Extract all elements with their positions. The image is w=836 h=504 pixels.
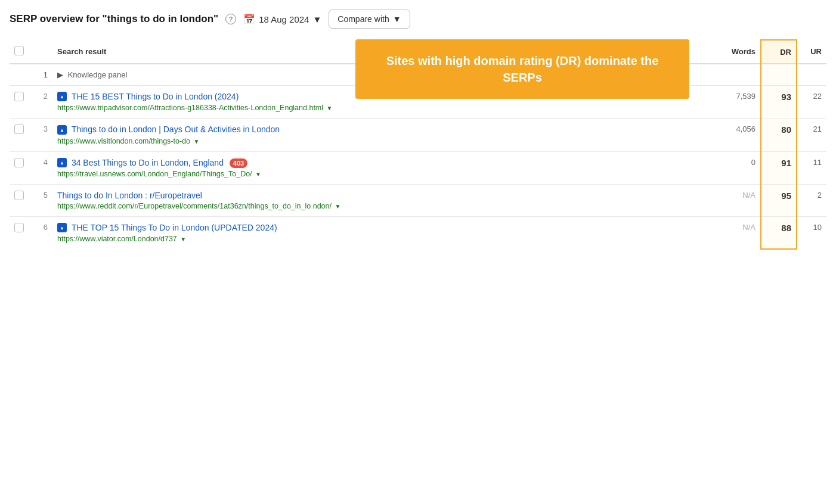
callout-tooltip: Sites with high domain rating (DR) domin…: [355, 39, 689, 99]
header-checkbox-col: [10, 40, 31, 64]
page-header: SERP overview for "things to do in londo…: [10, 10, 826, 29]
header-ur-col: UR: [797, 40, 826, 64]
result-url: https://www.tripadvisor.com/Attractions-…: [57, 104, 708, 112]
date-dropdown-arrow: ▼: [312, 14, 321, 24]
site-favicon: [57, 223, 67, 232]
knowledge-panel-label: Knowledge panel: [68, 70, 128, 79]
result-link[interactable]: 34 Best Things to Do in London, England: [72, 158, 224, 167]
select-all-checkbox[interactable]: [14, 46, 24, 55]
result-url: https://www.viator.com/London/d737 ▼: [57, 235, 708, 243]
date-picker-button[interactable]: 📅 18 Aug 2024 ▼: [243, 14, 321, 25]
calendar-icon: 📅: [243, 14, 255, 25]
site-favicon: [57, 158, 67, 167]
url-dropdown-arrow[interactable]: ▼: [335, 203, 340, 210]
table-row: 4 34 Best Things to Do in London, Englan…: [10, 151, 826, 184]
result-link[interactable]: THE TOP 15 Things To Do in London (UPDAT…: [72, 223, 277, 232]
table-row: 5 Things to do In London : r/Europetrave…: [10, 184, 826, 216]
row-checkbox[interactable]: [14, 158, 24, 167]
expand-icon[interactable]: ▶: [57, 70, 63, 79]
url-dropdown-arrow[interactable]: ▼: [327, 105, 333, 111]
result-link[interactable]: Things to do in London | Days Out & Acti…: [72, 125, 280, 134]
compare-with-button[interactable]: Compare with ▼: [329, 10, 410, 29]
row-checkbox[interactable]: [14, 223, 24, 232]
url-dropdown-arrow[interactable]: ▼: [180, 236, 186, 242]
row-checkbox[interactable]: [14, 191, 24, 200]
table-row: 3 Things to do in London | Days Out & Ac…: [10, 119, 826, 151]
result-link[interactable]: THE 15 BEST Things to Do in London (2024…: [72, 92, 239, 101]
row-checkbox[interactable]: [14, 125, 24, 134]
table-row: 6 THE TOP 15 Things To Do in London (UPD…: [10, 216, 826, 249]
header-num-col: [31, 40, 52, 64]
compare-dropdown-arrow: ▼: [393, 14, 401, 24]
url-dropdown-arrow[interactable]: ▼: [194, 138, 200, 145]
result-url: https://www.reddit.com/r/Europetravel/co…: [57, 202, 708, 210]
header-dr-col: DR: [761, 40, 797, 64]
result-link[interactable]: Things to do In London : r/Europetravel: [57, 191, 202, 200]
header-words-col: Words: [713, 40, 761, 64]
help-icon[interactable]: ?: [225, 14, 236, 24]
site-favicon: [57, 125, 67, 135]
row-checkbox[interactable]: [14, 92, 24, 101]
table-wrapper: Sites with high domain rating (DR) domin…: [10, 39, 826, 250]
result-url: https://www.visitlondon.com/things-to-do…: [57, 137, 708, 145]
url-dropdown-arrow[interactable]: ▼: [255, 171, 261, 178]
page-title: SERP overview for "things to do in londo…: [10, 13, 218, 25]
error-badge: 403: [230, 158, 247, 168]
site-favicon: [57, 92, 67, 101]
result-url: https://travel.usnews.com/London_England…: [57, 170, 708, 178]
